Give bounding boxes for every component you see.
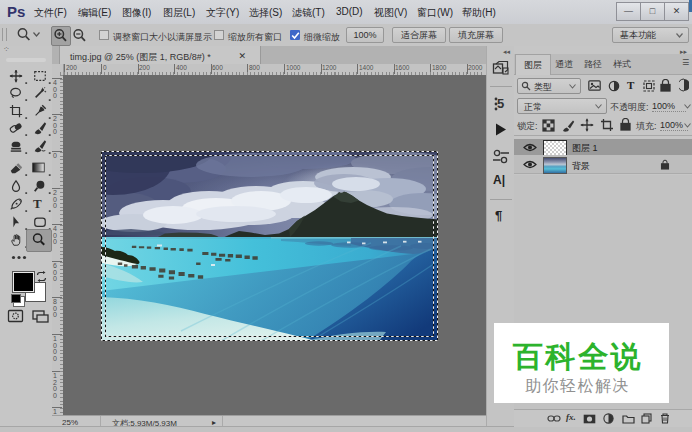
svg-text:5: 5: [497, 96, 504, 111]
